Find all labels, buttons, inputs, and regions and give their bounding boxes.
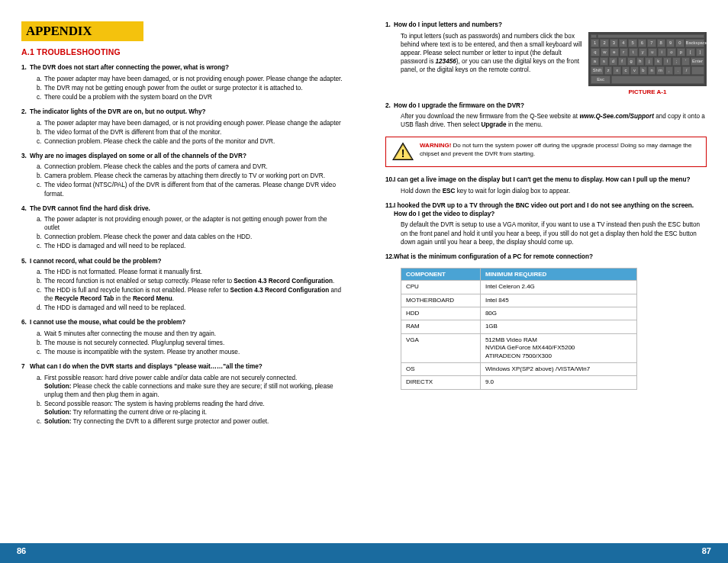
kb-row-2: qwertyuiop[] [591,48,704,56]
appendix-title: APPENDIX [26,24,92,38]
kb-key: / [682,66,690,75]
q10-text: I can get a live image on the display bu… [394,176,707,185]
q1-a: The power adapter may have been damaged,… [37,75,343,83]
kb-row-0 [591,34,704,38]
question-10: I can get a live image on the display bu… [385,176,707,195]
kb-key: v [630,66,638,75]
question-7: 7 What can I do when the DVR starts and … [21,363,343,426]
question-4: The DVR cannot find the hard disk drive.… [21,205,343,251]
kb-key: y [639,48,648,56]
question-list-left: The DVR does not start after connecting … [21,64,343,426]
footer-right [364,543,728,563]
q5-a: The HDD is not formatted. Please format … [37,268,343,276]
q1-b: The DVR may not be getting enough power … [37,84,343,92]
keyboard-caption: PICTURE A-1 [588,88,707,95]
kb-key: ' [681,57,690,66]
kb-key: o [667,48,676,56]
kb-key: Enter [691,57,704,66]
table-row: OSWindows XP(SP2 above) /VISTA/Win7 [401,363,637,376]
kb-key: 9 [666,39,675,47]
kb-key: t [629,48,638,56]
table-row: RAM1GB [401,320,637,333]
kb-key [691,66,704,75]
q7-c: Solution: Try connecting the DVR to a di… [37,417,343,426]
kb-key: q [591,48,600,56]
kb-key: f [618,57,627,66]
page-number-left: 86 [17,546,26,555]
q5-c: The HDD is full and recycle function is … [37,286,343,303]
question-6: I cannot use the mouse, what could be th… [21,319,343,356]
table-row: HDD80G [401,307,637,320]
kb-key: 8 [657,39,665,47]
kb-key: s [600,57,608,66]
page-number-right: 87 [702,546,711,555]
q4-b: Connection problem. Please check the pow… [37,233,343,241]
kb-row-5: Esc [591,76,704,84]
q4-c: The HDD is damaged and will need to be r… [37,242,343,250]
warning-box: ! WARNING! Do not turn the system power … [385,137,707,167]
kb-key: n [648,66,656,75]
kb-key: . [674,66,681,75]
kb-key: ; [672,57,681,66]
kb-key: 3 [610,39,618,47]
q7-b: Second possible reason: The system is ha… [37,400,343,417]
q6-c: The mouse is incompatible with the syste… [37,348,343,356]
q3-a: Connection problem. Please check the cab… [37,162,343,171]
kb-key: i [658,48,667,56]
q6-answers: Wait 5 minutes after connecting the mous… [30,330,343,356]
kb-key: 5 [628,39,636,47]
q3-c: The video format (NTSC/PAL) of the DVR i… [37,181,343,198]
kb-row-1: 1234567890Backspace [591,39,704,47]
onscreen-keyboard: 1234567890Backspace qwertyuiop[] asdfghj… [588,32,707,86]
question-8: How do I input letters and numbers? To i… [385,21,707,95]
spec-table: COMPONENT MINIMUM REQUIRED CPUIntel Cele… [401,268,637,390]
question-list-right: How do I input letters and numbers? To i… [385,21,707,129]
kb-key: , [665,66,673,75]
q1-text: The DVR does not start after connecting … [30,64,343,72]
warning-icon: ! [392,142,414,162]
q9-text: How do I upgrade the firmware on the DVR… [394,102,707,111]
kb-key: c [622,66,630,75]
kb-key: l [663,57,672,66]
kb-key: 7 [647,39,656,47]
q4-text: The DVR cannot find the hard disk drive. [30,205,343,214]
kb-key: 4 [619,39,627,47]
kb-key: a [591,57,599,66]
kb-key: 6 [638,39,646,47]
q2-b: The video format of the DVR is different… [37,128,343,137]
kb-key: j [645,57,653,66]
kb-key: z [604,66,612,75]
kb-key: m [656,66,664,75]
question-9: How do I upgrade the firmware on the DVR… [385,102,707,130]
footer-left [0,543,364,563]
kb-key: x [613,66,620,75]
q11-body: By default the DVR is setup to use a VGA… [394,220,707,246]
kb-key: w [601,48,610,56]
kb-key: [ [686,48,695,56]
q6-a: Wait 5 minutes after connecting the mous… [37,330,343,338]
page-right: How do I input letters and numbers? To i… [364,0,728,563]
kb-key: g [627,57,636,66]
q8-text: How do I input letters and numbers? [394,21,707,30]
q2-a: The power adapter may have been damaged,… [37,119,343,127]
q5-answers: The HDD is not formatted. Please format … [30,268,343,312]
q6-text: I cannot use the mouse, what could be th… [30,319,343,327]
q2-c: Connection problem. Please check the cab… [37,137,343,146]
question-5: I cannot record, what could be the probl… [21,258,343,313]
kb-key: Backspace [685,39,704,47]
kb-key: p [677,48,686,56]
question-3: Why are no images displayed on some or a… [21,153,343,198]
q4-answers: The power adapter is not providing enoug… [30,215,343,250]
kb-key: r [620,48,629,56]
kb-key: Shift [591,66,604,75]
question-11: I hooked the DVR up to a TV through the … [385,202,707,246]
q9-body: After you download the new firmware from… [394,112,707,129]
svg-text:!: ! [401,147,405,159]
q2-answers: The power adapter may have been damaged,… [30,119,343,146]
question-12: What is the minimum configuration of a P… [385,253,707,262]
q3-b: Camera problem. Please check the cameras… [37,172,343,180]
question-1: The DVR does not start after connecting … [21,64,343,101]
q1-answers: The power adapter may have been damaged,… [30,75,343,101]
kb-key: 1 [591,39,599,47]
q5-b: The record function is not enabled or se… [37,277,343,285]
